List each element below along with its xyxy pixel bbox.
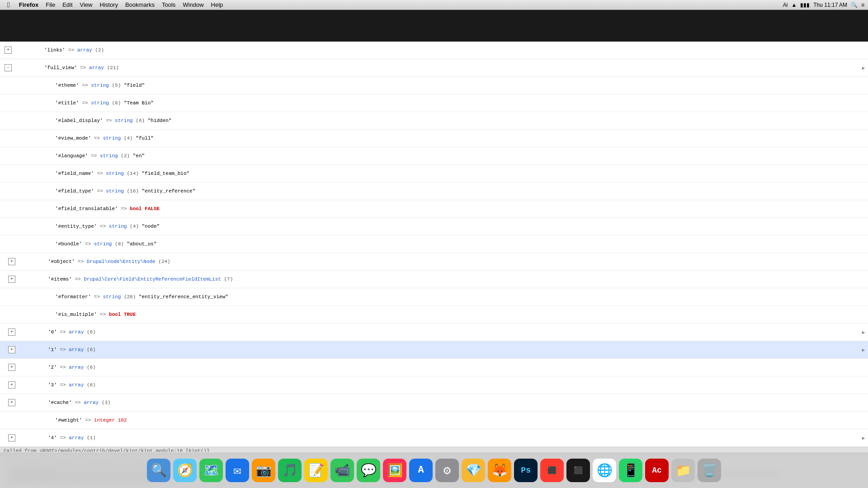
dock: 🔍 🧭 🗺️ ✉️ 📷 🎵 📝 📹 💬 🖼️ A ⚙️ 💎 🦊 Ps ⬛ ⬛ 🌐… [0, 452, 868, 488]
kint-row-text: '#title' => string (8) "Team Bio" [16, 95, 868, 111]
collapse-full-view[interactable]: - [5, 64, 12, 71]
dock-whatsapp[interactable]: 📱 [619, 459, 642, 482]
dock-finder[interactable]: 🔍 [147, 459, 170, 482]
expand-items[interactable]: + [8, 276, 15, 283]
kint-row-text: '#object' => Drupal\node\Entity\Node (24… [16, 253, 868, 270]
kint-row-title: '#title' => string (8) "Team Bio" [0, 94, 868, 112]
expand-arr4[interactable]: + [8, 434, 15, 441]
dock-acrobat[interactable]: Ac [645, 459, 669, 482]
dock-launchpad[interactable]: ⬛ [540, 459, 564, 482]
browser-window: + 'links' => array (2) - 'full_view' => … [0, 10, 868, 488]
expand-arr1[interactable]: + [8, 346, 15, 353]
row-right-arrow: ▶ [859, 435, 868, 441]
row-right-arrow: ▶ [859, 329, 868, 335]
help-menu[interactable]: Help [208, 1, 227, 8]
kint-row-text: '2' => array (6) [16, 359, 868, 375]
dock-messages[interactable]: 💬 [357, 459, 380, 482]
kint-row-bundle: '#bundle' => string (8) "about_us" [0, 235, 868, 253]
kint-debug-output: + 'links' => array (2) - 'full_view' => … [0, 42, 868, 447]
kint-row-entity-type: '#entity_type' => string (4) "node" [0, 218, 868, 235]
window-menu[interactable]: Window [179, 1, 207, 8]
row-right-arrow: ▶ [859, 347, 868, 353]
firefox-menu[interactable]: Firefox [15, 1, 42, 8]
dock-firefox[interactable]: 🦊 [488, 459, 511, 482]
kint-row-text: '1' => array (6) [16, 342, 859, 358]
controls-icon[interactable]: ≡ [861, 2, 864, 8]
kint-row-text: '3' => array (6) [16, 377, 868, 393]
kint-row-weight: '#weight' => integer 102 [0, 412, 868, 429]
clock: Thu 11:17 AM [813, 2, 847, 8]
kint-row-arr1[interactable]: + '1' => array (6) ▶ [0, 341, 868, 359]
kint-row-links[interactable]: + 'links' => array (2) [0, 42, 868, 59]
kint-row-arr0[interactable]: + '0' => array (6) ▶ [0, 324, 868, 341]
kint-row-text: '#formatter' => string (28) "entity_refe… [16, 289, 868, 305]
kint-row-text: '#field_name' => string (14) "field_team… [16, 165, 868, 182]
history-menu[interactable]: History [96, 1, 122, 8]
kint-row-items[interactable]: + '#items' => Drupal\Core\Field\EntityRe… [0, 271, 868, 288]
dock-spotify[interactable]: 🎵 [278, 459, 302, 482]
dock-notes[interactable]: 📝 [304, 459, 328, 482]
kint-row-theme: '#theme' => string (5) "field" [0, 77, 868, 94]
kint-row-object[interactable]: + '#object' => Drupal\node\Entity\Node (… [0, 253, 868, 271]
dock-ps[interactable]: Ps [514, 459, 538, 482]
row-right-arrow: ▶ [859, 65, 868, 71]
kint-row-text: '#items' => Drupal\Core\Field\EntityRefe… [16, 271, 868, 287]
kint-row-text: '#field_type' => string (16) "entity_ref… [16, 183, 868, 199]
kint-row-text: '#entity_type' => string (4) "node" [16, 218, 868, 235]
kint-row-is-multiple: '#is_multiple' => bool TRUE [0, 306, 868, 324]
dock-photos2[interactable]: 🖼️ [383, 459, 406, 482]
kint-row-text: '#weight' => integer 102 [16, 412, 868, 428]
dock-safari[interactable]: 🧭 [173, 459, 197, 482]
expand-cache[interactable]: + [8, 399, 15, 406]
dock-prefs[interactable]: ⚙️ [435, 459, 459, 482]
adobe-icon: Ai [783, 2, 788, 8]
tools-menu[interactable]: Tools [158, 1, 179, 8]
kint-row-field-name: '#field_name' => string (14) "field_team… [0, 165, 868, 183]
search-icon[interactable]: 🔍 [851, 2, 858, 8]
kint-row-field-type: '#field_type' => string (16) "entity_ref… [0, 183, 868, 200]
bookmarks-menu[interactable]: Bookmarks [122, 1, 158, 8]
kint-row-formatter: '#formatter' => string (28) "entity_refe… [0, 288, 868, 306]
expand-links[interactable]: + [5, 47, 12, 54]
kint-row-text: 'full_view' => array (21) [13, 60, 859, 76]
expand-arr0[interactable]: + [8, 328, 15, 336]
kint-row-text: '#view_mode' => string (4) "full" [16, 130, 868, 146]
dock-photos[interactable]: 📷 [252, 459, 275, 482]
dock-chrome[interactable]: 🌐 [593, 459, 616, 482]
kint-row-text: '#theme' => string (5) "field" [16, 77, 859, 94]
kint-row-arr3[interactable]: + '3' => array (6) [0, 376, 868, 394]
kint-row-text: '#cache' => array (3) [16, 394, 868, 411]
dock-facetime[interactable]: 📹 [330, 459, 354, 482]
expand-arr3[interactable]: + [8, 381, 15, 389]
menubar:  Firefox File Edit View History Bookmar… [0, 0, 868, 10]
dock-mail[interactable]: ✉️ [226, 459, 249, 482]
kint-row-label-display: '#label_display' => string (6) "hidden" [0, 112, 868, 130]
kint-row-text: 'links' => array (2) [13, 42, 859, 58]
kint-row-cache[interactable]: + '#cache' => array (3) [0, 394, 868, 412]
dock-terminal[interactable]: ⬛ [566, 459, 590, 482]
expand-arr2[interactable]: + [8, 364, 15, 371]
dock-appstore[interactable]: A [409, 459, 433, 482]
kint-row-text: '0' => array (6) [16, 324, 859, 340]
dock-finder2[interactable]: 📁 [671, 459, 695, 482]
edit-menu[interactable]: Edit [59, 1, 76, 8]
kint-row-field-translatable: '#field_translatable' => bool FALSE [0, 200, 868, 218]
kint-row-view-mode: '#view_mode' => string (4) "full" [0, 130, 868, 147]
content-area[interactable]: + 'links' => array (2) - 'full_view' => … [0, 42, 868, 488]
expand-object[interactable]: + [8, 258, 15, 265]
browser-chrome [0, 10, 868, 42]
kint-row-full-view[interactable]: - 'full_view' => array (21) ▶ [0, 59, 868, 77]
dock-trash[interactable]: 🗑️ [698, 459, 721, 482]
dock-sketch[interactable]: 💎 [462, 459, 485, 482]
kint-row-arr2[interactable]: + '2' => array (6) [0, 359, 868, 376]
view-menu[interactable]: View [76, 1, 96, 8]
kint-row-arr4[interactable]: + '4' => array (1) ▶ [0, 429, 868, 447]
apple-menu[interactable]:  [4, 1, 14, 9]
kint-row-text: '4' => array (1) [16, 430, 859, 446]
kint-row-text: '#bundle' => string (8) "about_us" [16, 236, 868, 252]
wifi-icon: ▲ [791, 2, 797, 8]
kint-row-language: '#language' => string (2) "en" [0, 147, 868, 165]
file-menu[interactable]: File [42, 1, 59, 8]
kint-row-text: '#is_multiple' => bool TRUE [16, 306, 868, 323]
dock-maps[interactable]: 🗺️ [199, 459, 223, 482]
